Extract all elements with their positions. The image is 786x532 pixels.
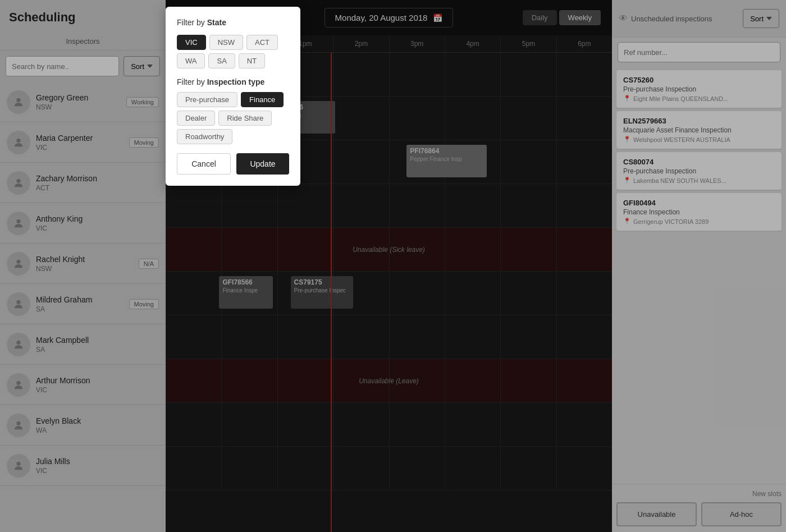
state-chip[interactable]: VIC [177, 35, 206, 50]
modal-overlay[interactable] [0, 0, 786, 532]
state-chip[interactable]: ACT [246, 35, 278, 50]
inspection-chip[interactable]: Roadworthy [177, 129, 232, 144]
app-container: Scheduling Inspectors Sort Gregory Green… [0, 0, 786, 532]
state-chip[interactable]: SA [208, 53, 235, 68]
state-chips: VICNSWACTWASANT [177, 35, 289, 68]
filter-inspection-title: Filter by Inspection type [177, 77, 289, 86]
update-button[interactable]: Update [236, 153, 289, 175]
state-chip[interactable]: WA [177, 53, 205, 68]
cancel-button[interactable]: Cancel [177, 153, 231, 175]
filter-modal: Filter by State VICNSWACTWASANT Filter b… [166, 7, 300, 186]
inspection-chips: Pre-purchaseFinanceDealerRide ShareRoadw… [177, 92, 289, 144]
inspection-chip[interactable]: Dealer [177, 111, 215, 126]
inspection-chip[interactable]: Pre-purchase [177, 92, 237, 107]
filter-state-title: Filter by State [177, 18, 289, 27]
state-chip[interactable]: NT [239, 53, 265, 68]
state-chip[interactable]: NSW [209, 35, 243, 50]
inspection-chip[interactable]: Finance [241, 92, 284, 107]
inspection-chip[interactable]: Ride Share [218, 111, 272, 126]
modal-buttons: Cancel Update [177, 153, 289, 175]
